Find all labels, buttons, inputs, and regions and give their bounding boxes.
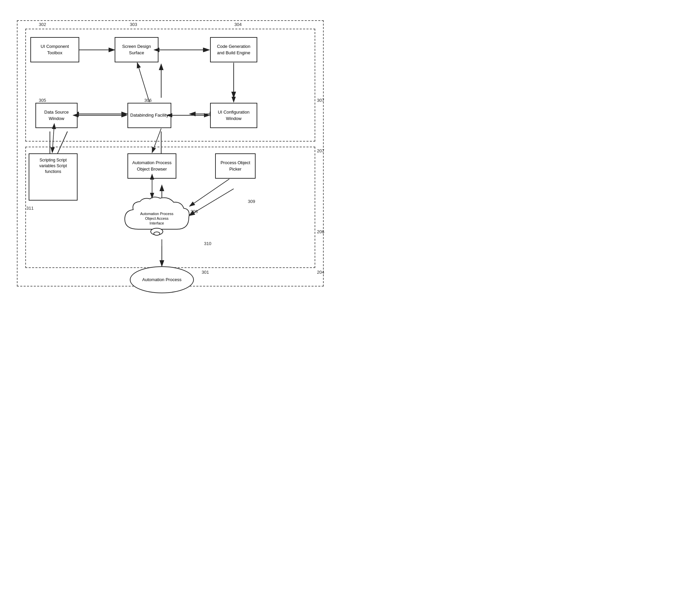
ref-311: 311 (26, 206, 34, 211)
ref-303: 303 (130, 22, 137, 27)
ref-304: 304 (234, 22, 242, 27)
databinding-facility-label: Databinding Facility (130, 112, 168, 118)
code-generation-box: Code Generation and Build Engine (210, 37, 257, 62)
automation-process-oval: Automation Process (130, 266, 194, 293)
scripting-label: Scripting Script variables Script functi… (33, 157, 74, 174)
svg-text:Automation Process: Automation Process (140, 212, 174, 216)
process-object-picker-box: Process Object Picker (215, 153, 256, 179)
ref-206: 206 (317, 229, 324, 234)
svg-text:Object Access: Object Access (145, 216, 169, 220)
ref-306: 306 (144, 98, 152, 103)
ref-204: 204 (317, 270, 324, 275)
ref-310: 310 (204, 241, 211, 246)
code-generation-label: Code Generation and Build Engine (213, 44, 255, 56)
data-source-window-label: Data Source Window (38, 109, 75, 121)
cloud-shape: Automation Process Object Access Interfa… (121, 195, 192, 239)
process-object-picker-label: Process Object Picker (218, 160, 253, 172)
ref-207: 207 (317, 148, 324, 153)
ui-configuration-window-label: UI Configuration Window (213, 109, 255, 121)
automation-process-browser-box: Automation Process Object Browser (127, 153, 176, 179)
databinding-facility-box: Databinding Facility (127, 103, 171, 128)
screen-design-surface-label: Screen Design Surface (117, 44, 156, 56)
automation-process-browser-label: Automation Process Object Browser (130, 160, 174, 172)
ref-301: 301 (202, 270, 209, 275)
data-source-window-box: Data Source Window (35, 103, 78, 128)
screen-design-surface-box: Screen Design Surface (115, 37, 158, 62)
automation-process-label: Automation Process (142, 277, 181, 283)
ui-component-toolbox-label: UI Component Toolbox (33, 44, 77, 56)
diagram-container: 302 303 304 305 306 307 207 206 204 311 … (0, 0, 350, 300)
ref-305: 305 (39, 98, 46, 103)
scripting-box: Scripting Script variables Script functi… (29, 153, 78, 201)
ui-component-toolbox-box: UI Component Toolbox (30, 37, 79, 62)
ref-302: 302 (39, 22, 46, 27)
ui-configuration-window-box: UI Configuration Window (210, 103, 257, 128)
svg-text:Interface: Interface (150, 221, 164, 225)
ref-309: 309 (248, 199, 255, 204)
ref-307: 307 (317, 98, 324, 103)
svg-point-15 (154, 232, 160, 235)
